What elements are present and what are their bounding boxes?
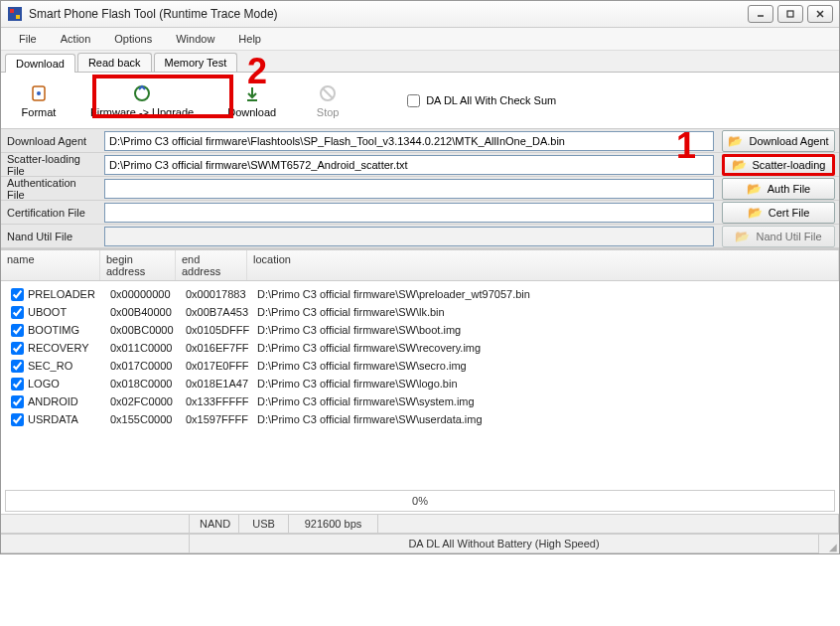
row-name: ANDROID xyxy=(28,395,78,407)
status-bar-2: DA DL All Without Battery (High Speed) ◢ xyxy=(1,534,839,553)
file-fields: Download Agent 📂Download Agent Scatter-l… xyxy=(1,129,839,249)
menu-options[interactable]: Options xyxy=(104,31,162,47)
row-end: 0x018E1A47 xyxy=(180,378,251,390)
svg-point-8 xyxy=(37,91,41,95)
tab-memory-test[interactable]: Memory Test xyxy=(154,53,238,72)
download-icon xyxy=(241,82,263,104)
minimize-button[interactable] xyxy=(748,5,773,23)
table-row[interactable]: RECOVERY0x011C00000x016EF7FFD:\Primo C3 … xyxy=(1,339,839,357)
nand-row: Nand Util File 📂Nand Util File xyxy=(1,225,839,248)
row-checkbox[interactable] xyxy=(11,306,24,319)
checksum-option[interactable]: DA DL All With Check Sum xyxy=(407,94,556,107)
table-row[interactable]: PRELOADER0x000000000x00017883D:\Primo C3… xyxy=(1,285,839,303)
svg-line-12 xyxy=(323,88,333,98)
col-end[interactable]: end address xyxy=(176,250,247,280)
row-begin: 0x00BC0000 xyxy=(104,324,180,336)
cert-row: Certification File 📂Cert File xyxy=(1,201,839,225)
row-location: D:\Primo C3 official firmware\SW\secro.i… xyxy=(251,360,835,372)
table-body: PRELOADER0x000000000x00017883D:\Primo C3… xyxy=(1,281,839,488)
row-checkbox[interactable] xyxy=(11,288,24,301)
checksum-label: DA DL All With Check Sum xyxy=(426,94,556,106)
firmware-upgrade-icon xyxy=(131,82,153,104)
checksum-checkbox[interactable] xyxy=(407,94,420,107)
format-icon xyxy=(28,82,50,104)
svg-rect-4 xyxy=(787,11,793,17)
menu-window[interactable]: Window xyxy=(166,31,224,47)
svg-rect-2 xyxy=(16,15,20,19)
nand-input xyxy=(104,227,714,246)
table-row[interactable]: LOGO0x018C00000x018E1A47D:\Primo C3 offi… xyxy=(1,375,839,392)
row-name: SEC_RO xyxy=(28,360,72,372)
cert-label: Certification File xyxy=(1,207,100,219)
row-checkbox[interactable] xyxy=(11,324,24,337)
nand-file-browse-button: 📂Nand Util File xyxy=(722,226,835,247)
status-empty-2 xyxy=(378,515,839,534)
menu-file[interactable]: File xyxy=(9,31,47,47)
table-row[interactable]: BOOTIMG0x00BC00000x0105DFFFD:\Primo C3 o… xyxy=(1,321,839,339)
format-button[interactable]: Format xyxy=(9,78,69,122)
cert-file-browse-button[interactable]: 📂Cert File xyxy=(722,202,835,224)
row-name: UBOOT xyxy=(28,306,67,318)
firmware-upgrade-label: Firmware -> Upgrade xyxy=(90,106,194,118)
auth-file-browse-button[interactable]: 📂Auth File xyxy=(722,178,835,200)
folder-icon: 📂 xyxy=(735,230,750,243)
auth-input[interactable] xyxy=(104,179,714,199)
menu-action[interactable]: Action xyxy=(51,31,101,47)
app-window: Smart Phone Flash Tool (Runtime Trace Mo… xyxy=(0,0,840,554)
col-name[interactable]: name xyxy=(1,250,100,280)
row-checkbox[interactable] xyxy=(11,378,24,391)
window-title: Smart Phone Flash Tool (Runtime Trace Mo… xyxy=(29,7,748,21)
row-end: 0x00B7A453 xyxy=(180,306,251,318)
app-icon xyxy=(7,6,23,22)
table-row[interactable]: UBOOT0x00B400000x00B7A453D:\Primo C3 off… xyxy=(1,303,839,321)
download-button[interactable]: Download xyxy=(215,78,288,122)
row-checkbox[interactable] xyxy=(11,342,24,355)
col-begin[interactable]: begin address xyxy=(100,250,176,280)
row-name: LOGO xyxy=(28,378,60,390)
nand-label: Nand Util File xyxy=(1,231,100,242)
progress-text: 0% xyxy=(412,495,428,507)
format-label: Format xyxy=(22,106,57,118)
folder-icon: 📂 xyxy=(747,182,762,196)
download-agent-input[interactable] xyxy=(104,131,714,151)
row-location: D:\Primo C3 official firmware\SW\recover… xyxy=(251,342,835,354)
auth-label: Authentication File xyxy=(1,177,100,201)
scatter-row: Scatter-loading File 📂Scatter-loading xyxy=(1,153,839,177)
row-name: PRELOADER xyxy=(28,288,95,300)
tab-download[interactable]: Download xyxy=(5,54,75,73)
svg-point-9 xyxy=(135,86,149,100)
scatter-label: Scatter-loading File xyxy=(1,153,100,177)
status-nand: NAND xyxy=(190,515,239,534)
tabstrip: Download Read back Memory Test xyxy=(1,51,839,73)
table-row[interactable]: ANDROID0x02FC00000x133FFFFFD:\Primo C3 o… xyxy=(1,392,839,410)
row-checkbox[interactable] xyxy=(11,360,24,373)
maximize-button[interactable] xyxy=(777,5,803,23)
folder-icon: 📂 xyxy=(748,206,763,220)
col-location[interactable]: location xyxy=(247,250,839,280)
row-checkbox[interactable] xyxy=(11,413,24,426)
download-agent-row: Download Agent 📂Download Agent xyxy=(1,129,839,153)
row-checkbox[interactable] xyxy=(11,395,24,408)
table-row[interactable]: SEC_RO0x017C00000x017E0FFFD:\Primo C3 of… xyxy=(1,357,839,375)
cert-input[interactable] xyxy=(104,203,714,223)
row-begin: 0x155C0000 xyxy=(104,413,180,425)
row-begin: 0x018C0000 xyxy=(104,378,180,390)
window-controls xyxy=(748,5,833,23)
table-row[interactable]: USRDATA0x155C00000x1597FFFFD:\Primo C3 o… xyxy=(1,410,839,428)
download-agent-browse-button[interactable]: 📂Download Agent xyxy=(722,130,835,152)
stop-button: Stop xyxy=(298,78,357,122)
scatter-input[interactable] xyxy=(104,155,714,175)
status-empty-3 xyxy=(1,535,190,553)
scatter-loading-browse-button[interactable]: 📂Scatter-loading xyxy=(722,154,835,176)
titlebar: Smart Phone Flash Tool (Runtime Trace Mo… xyxy=(1,1,839,28)
partition-table: name begin address end address location … xyxy=(1,249,839,488)
firmware-upgrade-button[interactable]: Firmware -> Upgrade xyxy=(78,78,206,122)
tab-readback[interactable]: Read back xyxy=(77,53,152,72)
menu-help[interactable]: Help xyxy=(228,31,271,47)
status-empty-1 xyxy=(1,515,190,534)
row-name: USRDATA xyxy=(28,413,78,425)
close-button[interactable] xyxy=(807,5,833,23)
row-end: 0x016EF7FF xyxy=(180,342,251,354)
row-location: D:\Primo C3 official firmware\SW\preload… xyxy=(251,288,835,300)
resize-grip[interactable]: ◢ xyxy=(819,535,839,553)
